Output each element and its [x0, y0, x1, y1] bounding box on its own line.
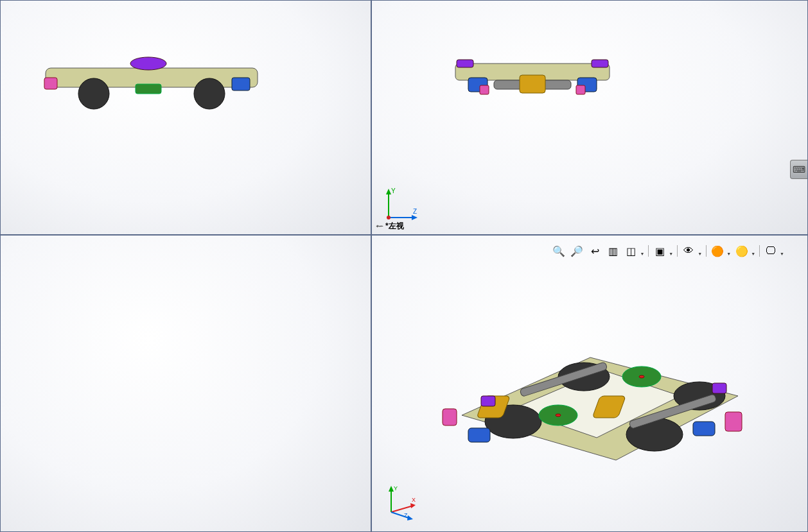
viewport-isometric[interactable]: 🔍 🔎 ↩ ▥ ◫▼ ▣▼ 👁▼ 🟠▼ 🟡▼ 🖵▼	[371, 235, 808, 532]
viewport-front[interactable]	[0, 0, 371, 235]
svg-point-48	[556, 414, 561, 416]
svg-rect-59	[481, 396, 495, 406]
viewport-iso-canvas[interactable]: Y X Z	[372, 236, 807, 531]
view-label-left: ⬳ *左视	[376, 221, 404, 232]
viewport-top-canvas[interactable]	[1, 236, 371, 531]
svg-rect-5	[44, 78, 57, 89]
axis-label-z: Z	[404, 512, 408, 519]
svg-rect-12	[457, 60, 473, 67]
axis-label-x: X	[412, 497, 416, 503]
axis-triad-iso-view: Y X Z	[382, 483, 421, 521]
taskpane-tab-icon: ⌨	[793, 164, 805, 175]
viewport-top[interactable]	[0, 235, 371, 532]
svg-rect-60	[712, 383, 726, 393]
svg-line-65	[391, 512, 410, 519]
svg-rect-55	[468, 428, 490, 442]
svg-rect-57	[725, 412, 742, 431]
taskpane-tab[interactable]: ⌨	[790, 160, 807, 179]
svg-rect-58	[443, 409, 457, 425]
svg-line-63	[391, 506, 413, 512]
axis-label-z: Z	[413, 208, 417, 215]
svg-point-3	[130, 57, 166, 70]
svg-rect-9	[520, 75, 545, 93]
svg-rect-15	[576, 85, 585, 94]
bogie-side-view	[39, 52, 264, 110]
view-label-text: *左视	[385, 221, 404, 232]
svg-rect-14	[480, 85, 489, 94]
svg-point-2	[194, 78, 225, 109]
viewport-front-canvas[interactable]	[1, 1, 371, 234]
svg-marker-19	[412, 215, 417, 220]
bogie-left-view	[449, 52, 616, 103]
svg-marker-62	[389, 486, 394, 492]
bogie-isometric-view	[423, 300, 757, 479]
svg-rect-56	[693, 422, 715, 436]
svg-point-1	[78, 78, 109, 109]
svg-marker-64	[410, 503, 416, 508]
svg-rect-13	[592, 60, 608, 67]
svg-rect-4	[232, 78, 250, 90]
svg-marker-17	[386, 189, 391, 194]
svg-point-50	[639, 375, 644, 378]
axis-label-y: Y	[391, 187, 396, 194]
axis-label-y: Y	[394, 485, 398, 492]
axis-triad-left-view: Y Z	[382, 185, 421, 224]
viewport-left-canvas[interactable]: Y Z	[372, 1, 807, 234]
svg-rect-6	[136, 84, 161, 94]
viewport-left[interactable]: Y Z ⬳ *左视 ⌨	[371, 0, 808, 235]
viewport-grid: Y Z ⬳ *左视 ⌨	[0, 0, 808, 532]
svg-marker-66	[407, 515, 413, 520]
svg-point-20	[387, 216, 391, 219]
link-icon: ⬳	[376, 223, 383, 230]
